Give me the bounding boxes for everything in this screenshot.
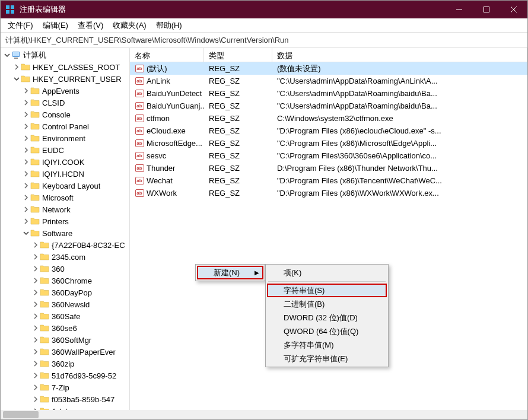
col-header-name[interactable]: 名称 [130, 48, 204, 62]
tree-toggle-icon[interactable] [31, 348, 40, 356]
list-row[interactable]: ab(默认)REG_SZ(数值未设置) [130, 62, 527, 75]
folder-icon [30, 228, 40, 238]
tree-toggle-icon[interactable] [31, 253, 40, 261]
tree-item-appevents[interactable]: AppEvents [1, 85, 129, 97]
tree-toggle-icon[interactable] [31, 395, 40, 403]
list-row[interactable]: abThunderREG_SZD:\Program Files (x86)\Th… [130, 162, 527, 174]
list-row[interactable]: abWechatREG_SZ"D:\Program Files (x86)\Te… [130, 174, 527, 187]
ctx-dword[interactable]: DWORD (32 位)值(D) [267, 311, 387, 324]
tree-item-iqiyicook[interactable]: IQIYI.COOK [1, 156, 129, 168]
tree-toggle-icon[interactable] [3, 51, 11, 59]
menu-view[interactable]: 查看(V) [73, 19, 108, 32]
tree-toggle-icon[interactable] [22, 158, 30, 166]
tree-item-51d76d935c9952[interactable]: 51d76d93-5c99-52 [1, 370, 129, 381]
tree-toggle-icon[interactable] [12, 75, 21, 83]
list-row[interactable]: abeCloud.exeREG_SZ"D:\Program Files (x86… [130, 125, 527, 137]
menu-edit[interactable]: 编辑(E) [38, 19, 73, 32]
tree-toggle-icon[interactable] [22, 217, 30, 225]
tree-item-360se6[interactable]: 360se6 [1, 322, 129, 334]
h-scroll-thumb[interactable] [3, 411, 39, 418]
list-row[interactable]: abMicrosoftEdge...REG_SZ"C:\Program File… [130, 137, 527, 149]
tree-toggle-icon[interactable] [31, 312, 40, 320]
ctx-key[interactable]: 项(K) [267, 266, 387, 279]
tree-item-360wallpaperever[interactable]: 360WallPaperEver [1, 346, 129, 358]
tree-toggle-icon[interactable] [31, 300, 40, 308]
menu-file[interactable]: 文件(F) [3, 19, 38, 32]
tree-item-eudc[interactable]: EUDC [1, 144, 129, 156]
tree-item-environment[interactable]: Environment [1, 132, 129, 144]
tree-toggle-icon[interactable] [31, 359, 40, 368]
menu-help[interactable]: 帮助(H) [151, 19, 187, 32]
tree-toggle-icon[interactable] [31, 336, 40, 344]
minimize-button[interactable] [446, 1, 473, 18]
tree-toggle-icon[interactable] [22, 134, 30, 142]
close-button[interactable] [500, 1, 527, 18]
tree-toggle-icon[interactable] [22, 146, 30, 154]
tree-item-software[interactable]: Software [1, 227, 129, 239]
tree-item-360zip[interactable]: 360zip [1, 358, 129, 370]
horizontal-scrollbar[interactable] [1, 410, 527, 419]
ctx-binary[interactable]: 二进制值(B) [267, 297, 387, 311]
tree-toggle-icon[interactable] [22, 110, 30, 119]
tree-toggle-icon[interactable] [31, 288, 40, 297]
tree-toggle-icon[interactable] [22, 229, 30, 237]
list-row[interactable]: abBaiduYunGuanj...REG_SZ"C:\Users\admin\… [130, 100, 527, 112]
reg-sz-icon: ab [135, 77, 144, 86]
tree-item-microsoft[interactable]: Microsoft [1, 192, 129, 203]
tree-item-adobe[interactable]: Adobe [1, 405, 129, 410]
svg-rect-3 [11, 10, 14, 14]
col-header-type[interactable]: 类型 [204, 48, 272, 62]
tree-panel[interactable]: 计算机HKEY_CLASSES_ROOTHKEY_CURRENT_USERApp… [1, 48, 130, 410]
tree-item-network[interactable]: Network [1, 203, 129, 215]
ctx-new[interactable]: 新建(N) ▶ [197, 266, 263, 279]
maximize-button[interactable] [473, 1, 500, 18]
list-row[interactable]: abAnLinkREG_SZ"C:\Users\admin\AppData\Ro… [130, 75, 527, 87]
tree-toggle-icon[interactable] [12, 63, 21, 71]
tree-item-iqiyihcdn[interactable]: IQIYI.HCDN [1, 168, 129, 180]
tree-item-7zip[interactable]: 7-Zip [1, 381, 129, 393]
ctx-qword[interactable]: QWORD (64 位)值(Q) [267, 324, 387, 338]
tree-toggle-icon[interactable] [22, 87, 30, 95]
tree-toggle-icon[interactable] [31, 276, 40, 285]
tree-item-keyboardlayout[interactable]: Keyboard Layout [1, 180, 129, 192]
tree-hkcr[interactable]: HKEY_CLASSES_ROOT [1, 61, 129, 73]
tree-item-2345com[interactable]: 2345.com [1, 251, 129, 263]
ctx-multi[interactable]: 多字符串值(M) [267, 338, 387, 352]
ctx-exp[interactable]: 可扩充字符串值(E) [267, 352, 387, 365]
tree-item-360newsld[interactable]: 360Newsld [1, 298, 129, 310]
tree-item-360softmgr[interactable]: 360SoftMgr [1, 334, 129, 346]
tree-item-controlpanel[interactable]: Control Panel [1, 120, 129, 132]
tree-item-360[interactable]: 360 [1, 263, 129, 275]
tree-toggle-icon[interactable] [31, 324, 40, 332]
list-row[interactable]: abBaiduYunDetectREG_SZ"C:\Users\admin\Ap… [130, 87, 527, 100]
address-bar[interactable]: 计算机\HKEY_CURRENT_USER\Software\Microsoft… [1, 33, 527, 48]
tree-hkcu[interactable]: HKEY_CURRENT_USER [1, 73, 129, 85]
tree-root[interactable]: 计算机 [1, 49, 129, 61]
tree-toggle-icon[interactable] [31, 371, 40, 380]
tree-item-printers[interactable]: Printers [1, 215, 129, 227]
tree-toggle-icon[interactable] [22, 182, 30, 190]
tree-item-f053ba5859b547[interactable]: f053ba5-859b-547 [1, 393, 129, 405]
tree-item-clsid[interactable]: CLSID [1, 97, 129, 109]
tree-item-console[interactable]: Console [1, 109, 129, 120]
tree-toggle-icon[interactable] [31, 265, 40, 273]
list-row[interactable]: absesvcREG_SZ"C:\Program Files\360\360se… [130, 149, 527, 162]
tree-toggle-icon[interactable] [22, 122, 30, 131]
list-row[interactable]: abWXWorkREG_SZ"D:\Program Files (x86)\WX… [130, 187, 527, 199]
tree-item-7a22f0b48c32ec[interactable]: {7A22F0B4-8C32-EC [1, 239, 129, 251]
tree-item-360daypop[interactable]: 360DayPop [1, 287, 129, 298]
tree-item-360safe[interactable]: 360Safe [1, 310, 129, 322]
tree-label: Printers [42, 217, 69, 226]
tree-toggle-icon[interactable] [31, 241, 40, 249]
ctx-string[interactable]: 字符串值(S) [267, 284, 387, 297]
list-row[interactable]: abctfmonREG_SZC:\Windows\system32\ctfmon… [130, 112, 527, 125]
tree-item-360chrome[interactable]: 360Chrome [1, 275, 129, 287]
tree-toggle-icon[interactable] [22, 193, 30, 202]
tree-toggle-icon[interactable] [22, 205, 30, 214]
col-header-data[interactable]: 数据 [272, 48, 527, 62]
menu-favorites[interactable]: 收藏夹(A) [108, 19, 151, 32]
tree-toggle-icon[interactable] [22, 170, 30, 178]
tree-toggle-icon[interactable] [31, 407, 40, 410]
tree-toggle-icon[interactable] [22, 98, 30, 107]
tree-toggle-icon[interactable] [31, 383, 40, 392]
